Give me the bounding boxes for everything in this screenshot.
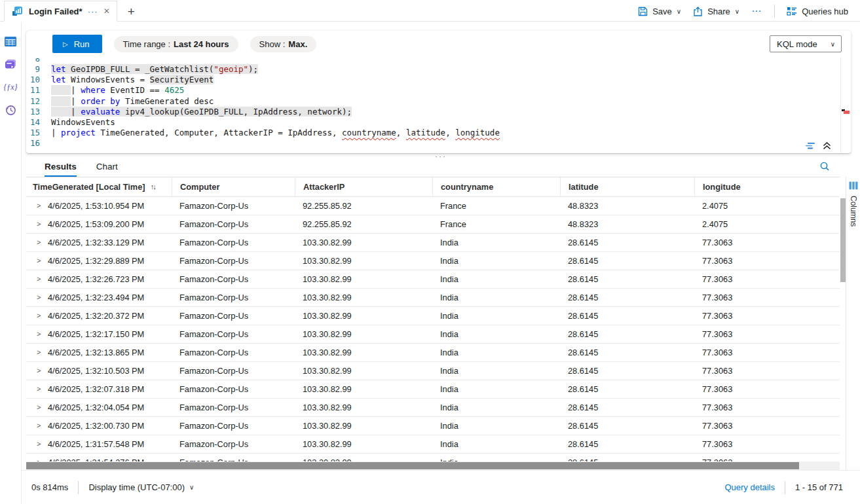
time-range-picker[interactable]: Time range : Last 24 hours bbox=[114, 36, 238, 52]
table-row[interactable]: >4/6/2025, 1:31:57.548 PMFamazon-Corp-Us… bbox=[26, 435, 840, 454]
vertical-scrollbar[interactable] bbox=[840, 177, 846, 470]
kql-editor[interactable]: 89let GeoIPDB_FULL = _GetWatchlist("geoi… bbox=[26, 57, 851, 153]
cell-computer: Famazon-Corp-Us bbox=[172, 256, 295, 266]
row-expand-icon[interactable]: > bbox=[37, 403, 43, 411]
cell-attackerip: 103.30.82.99 bbox=[295, 384, 432, 394]
query-tab[interactable]: Login Failed* ··· ✕ bbox=[4, 1, 117, 22]
search-results-button[interactable] bbox=[819, 161, 830, 177]
save-icon bbox=[638, 7, 648, 16]
line-number: 14 bbox=[26, 117, 51, 128]
example-queries-icon[interactable] bbox=[4, 58, 17, 71]
row-expand-icon[interactable]: > bbox=[37, 422, 43, 429]
horizontal-scrollbar[interactable] bbox=[26, 461, 840, 470]
table-row[interactable]: >4/6/2025, 1:32:00.730 PMFamazon-Corp-Us… bbox=[26, 417, 840, 435]
row-expand-icon[interactable]: > bbox=[37, 348, 43, 356]
cell-longitude: 77.3063 bbox=[694, 238, 840, 247]
cell-countryname: France bbox=[432, 201, 560, 211]
columns-panel-label[interactable]: Columns bbox=[849, 196, 858, 226]
table-row[interactable]: >4/6/2025, 1:32:20.372 PMFamazon-Corp-Us… bbox=[26, 307, 840, 325]
tab-close-icon[interactable]: ✕ bbox=[103, 7, 110, 16]
row-expand-icon[interactable]: > bbox=[37, 238, 43, 246]
table-row[interactable]: >4/6/2025, 1:31:54.376 PMFamazon-Corp-Us… bbox=[26, 454, 840, 461]
column-header-timegenerated[interactable]: TimeGenerated [Local Time] ↑↓ bbox=[26, 177, 172, 196]
row-expand-icon[interactable]: > bbox=[37, 202, 43, 209]
cell-countryname: India bbox=[432, 439, 560, 449]
table-row[interactable]: >4/6/2025, 1:32:33.129 PMFamazon-Corp-Us… bbox=[26, 234, 840, 252]
editor-results-splitter[interactable]: ··· bbox=[22, 153, 860, 160]
tab-results[interactable]: Results bbox=[45, 162, 77, 177]
table-row[interactable]: >4/6/2025, 1:32:04.054 PMFamazon-Corp-Us… bbox=[26, 399, 840, 417]
row-expand-icon[interactable]: > bbox=[37, 385, 43, 393]
code-line: 8 bbox=[26, 58, 834, 64]
cell-latitude: 28.6145 bbox=[560, 348, 694, 357]
table-row[interactable]: >4/6/2025, 1:32:07.318 PMFamazon-Corp-Us… bbox=[26, 380, 840, 399]
collapse-editor-icon[interactable] bbox=[823, 142, 831, 150]
table-row[interactable]: >4/6/2025, 1:32:26.723 PMFamazon-Corp-Us… bbox=[26, 270, 840, 289]
queries-hub-button[interactable]: Queries hub bbox=[787, 7, 848, 16]
table-row[interactable]: >4/6/2025, 1:32:29.889 PMFamazon-Corp-Us… bbox=[26, 252, 840, 270]
row-expand-icon[interactable]: > bbox=[37, 440, 43, 448]
functions-icon[interactable]: {ƒx} bbox=[4, 81, 17, 94]
query-history-icon[interactable] bbox=[4, 103, 17, 117]
table-row[interactable]: >4/6/2025, 1:32:23.494 PMFamazon-Corp-Us… bbox=[26, 289, 840, 307]
row-expand-icon[interactable]: > bbox=[37, 275, 43, 283]
column-header-attackerip[interactable]: AttackerIP bbox=[295, 177, 432, 196]
format-query-icon[interactable] bbox=[806, 142, 817, 150]
tab-title: Login Failed* bbox=[29, 7, 83, 16]
table-row[interactable]: >4/6/2025, 1:53:09.200 PMFamazon-Corp-Us… bbox=[26, 215, 840, 234]
row-expand-icon[interactable]: > bbox=[37, 220, 43, 228]
cell-latitude: 28.6145 bbox=[560, 329, 694, 339]
row-expand-icon[interactable]: > bbox=[37, 257, 43, 264]
horizontal-scrollbar-thumb[interactable] bbox=[26, 462, 799, 469]
code-line: 13 | evaluate ipv4_lookup(GeoIPDB_FULL, … bbox=[26, 107, 834, 117]
cell-timegenerated: 4/6/2025, 1:32:29.889 PM bbox=[48, 256, 144, 266]
cell-attackerip: 103.30.82.99 bbox=[295, 439, 432, 449]
column-header-countryname[interactable]: countryname bbox=[432, 177, 560, 196]
cell-latitude: 28.6145 bbox=[560, 293, 694, 302]
table-row[interactable]: >4/6/2025, 1:32:17.150 PMFamazon-Corp-Us… bbox=[26, 325, 840, 344]
tab-chart[interactable]: Chart bbox=[96, 162, 118, 177]
line-number: 9 bbox=[26, 64, 51, 75]
run-button[interactable]: ▷ Run bbox=[52, 35, 102, 53]
tab-more-icon[interactable]: ··· bbox=[88, 7, 98, 16]
table-row[interactable]: >4/6/2025, 1:32:13.865 PMFamazon-Corp-Us… bbox=[26, 344, 840, 362]
share-button[interactable]: Share ∨ bbox=[693, 7, 739, 16]
table-row[interactable]: >4/6/2025, 1:53:10.954 PMFamazon-Corp-Us… bbox=[26, 197, 840, 215]
save-button[interactable]: Save ∨ bbox=[638, 7, 681, 16]
cell-countryname: India bbox=[432, 274, 560, 284]
code-line: 16 bbox=[26, 138, 834, 149]
cell-latitude: 48.8323 bbox=[560, 201, 694, 211]
cell-countryname: India bbox=[432, 238, 560, 247]
columns-icon[interactable] bbox=[849, 181, 858, 190]
cell-latitude: 28.6145 bbox=[560, 439, 694, 449]
cell-latitude: 28.6145 bbox=[560, 311, 694, 321]
column-header-latitude[interactable]: latitude bbox=[560, 177, 694, 196]
cell-timegenerated: 4/6/2025, 1:32:26.723 PM bbox=[48, 274, 144, 284]
row-expand-icon[interactable]: > bbox=[37, 293, 43, 301]
table-row[interactable]: >4/6/2025, 1:32:10.503 PMFamazon-Corp-Us… bbox=[26, 362, 840, 380]
cell-latitude: 28.6145 bbox=[560, 256, 694, 266]
row-expand-icon[interactable]: > bbox=[37, 312, 43, 319]
query-details-link[interactable]: Query details bbox=[724, 482, 775, 492]
row-expand-icon[interactable]: > bbox=[37, 367, 43, 374]
more-actions-button[interactable]: ⋯ bbox=[751, 5, 762, 17]
line-number: 12 bbox=[26, 96, 51, 107]
row-expand-icon[interactable]: > bbox=[37, 330, 43, 338]
kql-mode-select[interactable]: KQL mode ∨ bbox=[770, 35, 842, 52]
new-tab-button[interactable]: + bbox=[128, 5, 135, 19]
code-line: 12 | order by TimeGenerated desc bbox=[26, 96, 834, 107]
workspace-icon bbox=[10, 5, 24, 18]
line-number: 13 bbox=[26, 107, 51, 117]
cell-computer: Famazon-Corp-Us bbox=[172, 384, 295, 394]
column-header-computer[interactable]: Computer bbox=[172, 177, 295, 196]
share-chevron-icon: ∨ bbox=[735, 8, 739, 15]
vertical-scrollbar-thumb[interactable] bbox=[840, 198, 846, 282]
column-header-longitude[interactable]: longitude bbox=[694, 177, 840, 196]
display-time-select[interactable]: Display time (UTC-07:00) ∨ bbox=[88, 482, 194, 492]
cell-attackerip: 103.30.82.99 bbox=[295, 329, 432, 339]
tables-icon[interactable] bbox=[4, 35, 17, 48]
show-limit-picker[interactable]: Show : Max. bbox=[250, 36, 317, 52]
cell-attackerip: 103.30.82.99 bbox=[295, 366, 432, 376]
cell-attackerip: 103.30.82.99 bbox=[295, 311, 432, 321]
sort-icon[interactable]: ↑↓ bbox=[151, 183, 155, 190]
